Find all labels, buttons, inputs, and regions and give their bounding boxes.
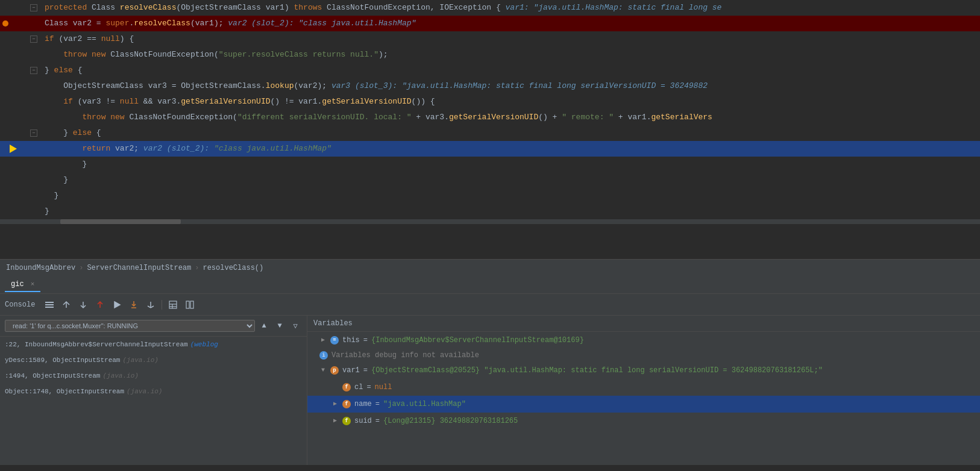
debug-tab-active[interactable]: gic × bbox=[5, 278, 40, 292]
line-gutter bbox=[0, 157, 42, 172]
keyword: else bbox=[54, 66, 73, 75]
line-gutter: − bbox=[0, 0, 42, 16]
method-name: getSerialVers bbox=[651, 113, 712, 122]
line-gutter: − bbox=[0, 63, 42, 78]
var-name: name bbox=[354, 398, 372, 410]
line-content: } else { bbox=[42, 125, 980, 141]
method-name: lookup bbox=[266, 81, 294, 90]
var-equals: = bbox=[375, 398, 380, 410]
toolbar-btn-step-into[interactable] bbox=[76, 298, 90, 312]
breadcrumb-item-2[interactable]: ServerChannelInputStream bbox=[87, 264, 191, 272]
code-line: − } else { bbox=[0, 63, 980, 78]
var-item-this[interactable]: ▶ = this = {InboundMsgAbbrev$ServerChann… bbox=[307, 332, 980, 349]
line-content: ObjectStreamClass var3 = ObjectStreamCla… bbox=[42, 78, 980, 94]
var-hint: var3 (slot_3): "java.util.HashMap: stati… bbox=[331, 81, 708, 90]
method-name: getSerialVersionUID bbox=[449, 113, 538, 122]
stack-item[interactable]: yDesc:1589, ObjectInputStream (java.io) bbox=[0, 352, 307, 368]
breadcrumb-item-1[interactable]: InboundMsgAbbrev bbox=[6, 264, 75, 272]
var-value: null bbox=[375, 381, 392, 393]
nav-down-button[interactable]: ▼ bbox=[273, 319, 286, 332]
filter-button[interactable]: ▽ bbox=[289, 319, 302, 332]
var-equals: = bbox=[363, 334, 368, 346]
var-item-var1[interactable]: ▼ p var1 = {ObjectStreamClass@20525} "ja… bbox=[307, 362, 980, 379]
method-name: resolveClass bbox=[134, 19, 190, 28]
nav-up-button[interactable]: ▲ bbox=[257, 319, 271, 332]
stack-item[interactable]: Object:1748, ObjectInputStream (java.io) bbox=[0, 384, 307, 399]
code-line: throw new ClassNotFoundException("differ… bbox=[0, 110, 980, 125]
var-value: {Long@21315} 362498820763181265 bbox=[383, 415, 518, 427]
svg-rect-2 bbox=[45, 307, 54, 308]
line-gutter bbox=[0, 16, 42, 31]
expand-icon[interactable]: ▶ bbox=[331, 401, 339, 408]
toolbar-btn-evaluate[interactable] bbox=[143, 298, 158, 312]
keyword: protected bbox=[45, 3, 87, 12]
line-content: if (var3 != null && var3.getSerialVersio… bbox=[42, 94, 980, 110]
breadcrumb-sep: › bbox=[79, 264, 83, 272]
stack-file-gray: (java.io) bbox=[102, 370, 138, 381]
svg-rect-9 bbox=[169, 301, 177, 308]
code-line: } bbox=[0, 157, 980, 172]
code-line: − } else { bbox=[0, 125, 980, 141]
toolbar-btn-table[interactable] bbox=[166, 298, 180, 312]
svg-rect-14 bbox=[190, 301, 193, 308]
stack-file-ref[interactable]: (weblog bbox=[190, 339, 218, 350]
var-item-cl[interactable]: f cl = null bbox=[307, 379, 980, 396]
var-value: {InboundMsgAbbrev$ServerChannelInputStre… bbox=[371, 334, 584, 346]
stack-item[interactable]: :22, InboundMsgAbbrev$ServerChannelInput… bbox=[0, 337, 307, 352]
code-line: } bbox=[0, 188, 980, 204]
line-gutter: − bbox=[0, 31, 42, 47]
left-panel: read: '1' for q...c.socket.Muxer": RUNNI… bbox=[0, 316, 307, 465]
line-gutter bbox=[0, 188, 42, 204]
scroll-thumb[interactable] bbox=[60, 219, 181, 224]
expand-icon[interactable]: ▼ bbox=[319, 367, 327, 374]
fold-icon[interactable]: − bbox=[30, 129, 37, 137]
var-item-suid[interactable]: ▶ f suid = {Long@21315} 3624988207631812… bbox=[307, 413, 980, 429]
var-name: suid bbox=[354, 415, 372, 427]
toolbar-btn-run-cursor[interactable] bbox=[110, 298, 124, 312]
expand-icon[interactable]: ▶ bbox=[319, 337, 327, 344]
toolbar-btn-step-over[interactable] bbox=[59, 298, 74, 312]
var-type-icon: f bbox=[342, 400, 351, 408]
var-value: {ObjectStreamClass@20525} "java.util.Has… bbox=[371, 364, 823, 376]
debug-toolbar: Console bbox=[0, 294, 980, 316]
var-name: this bbox=[342, 334, 360, 346]
stack-method: yDesc:1589, ObjectInputStream bbox=[5, 355, 120, 366]
keyword: throws bbox=[294, 3, 322, 12]
toolbar-btn-menu[interactable] bbox=[42, 298, 57, 312]
fold-icon[interactable]: − bbox=[30, 36, 37, 43]
tab-close-button[interactable]: × bbox=[31, 281, 35, 288]
var-type-icon: = bbox=[330, 336, 339, 345]
toolbar-btn-restore[interactable] bbox=[183, 298, 197, 312]
return-keyword: return bbox=[82, 144, 110, 153]
variables-title: Variables bbox=[313, 319, 353, 328]
thread-dropdown[interactable]: read: '1' for q...c.socket.Muxer": RUNNI… bbox=[5, 320, 255, 332]
stack-method: :1494, ObjectInputStream bbox=[5, 370, 100, 381]
tab-label: gic bbox=[11, 280, 24, 289]
breadcrumb-item-3[interactable]: resolveClass() bbox=[203, 264, 263, 272]
var-type-icon: f bbox=[342, 383, 351, 391]
var-type-icon: f bbox=[342, 417, 351, 425]
svg-rect-13 bbox=[186, 301, 189, 308]
expand-icon[interactable]: ▶ bbox=[331, 417, 339, 425]
toolbar-btn-force-step[interactable] bbox=[127, 298, 141, 312]
stack-item[interactable]: :1494, ObjectInputStream (java.io) bbox=[0, 368, 307, 384]
keyword: null bbox=[120, 97, 139, 106]
horizontal-scrollbar[interactable] bbox=[0, 219, 980, 224]
debug-arrow bbox=[10, 145, 17, 153]
code-line: } bbox=[0, 172, 980, 188]
toolbar-separator bbox=[162, 300, 162, 310]
fold-icon[interactable]: − bbox=[30, 4, 37, 11]
line-content: protected Class resolveClass(ObjectStrea… bbox=[42, 0, 980, 16]
toolbar-btn-step-out[interactable] bbox=[93, 298, 107, 312]
code-line: if (var3 != null && var3.getSerialVersio… bbox=[0, 94, 980, 110]
stack-method: Object:1748, ObjectInputStream bbox=[5, 386, 124, 397]
breakpoint-dot[interactable] bbox=[2, 20, 8, 27]
stack-file-gray: (java.io) bbox=[122, 355, 158, 366]
line-content: if (var2 == null) { bbox=[42, 31, 980, 47]
line-gutter bbox=[0, 110, 42, 125]
fold-icon[interactable]: − bbox=[30, 67, 37, 74]
code-line: ObjectStreamClass var3 = ObjectStreamCla… bbox=[0, 78, 980, 94]
info-icon: i bbox=[319, 351, 328, 360]
var-item-name[interactable]: ▶ f name = "java.util.HashMap" bbox=[307, 396, 980, 413]
main-content: − protected Class resolveClass(ObjectStr… bbox=[0, 0, 980, 471]
